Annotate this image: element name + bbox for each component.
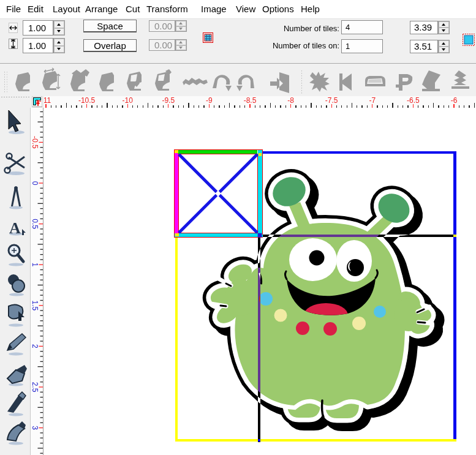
svg-text:-7.5: -7.5: [325, 96, 338, 105]
svg-text:-6.5: -6.5: [407, 96, 420, 105]
svg-text:-8: -8: [287, 96, 294, 105]
svg-text:-9: -9: [206, 96, 213, 105]
svg-text:0: 0: [31, 181, 39, 186]
svg-text:-6: -6: [451, 96, 458, 105]
svg-text:2: 2: [31, 344, 39, 348]
svg-text:-8.5: -8.5: [244, 96, 257, 105]
svg-text:3: 3: [31, 426, 39, 430]
svg-text:-7: -7: [369, 96, 376, 105]
svg-text:1: 1: [31, 263, 39, 267]
svg-text:2.5: 2.5: [31, 382, 39, 393]
svg-text:A: A: [9, 219, 21, 237]
svg-text:-9.5: -9.5: [162, 96, 175, 105]
svg-text:-10.5: -10.5: [78, 96, 96, 105]
svg-text:-0.5: -0.5: [31, 136, 39, 149]
svg-text:-10: -10: [123, 96, 134, 105]
svg-text:0.5: 0.5: [31, 219, 39, 229]
svg-text:1.5: 1.5: [31, 300, 39, 310]
